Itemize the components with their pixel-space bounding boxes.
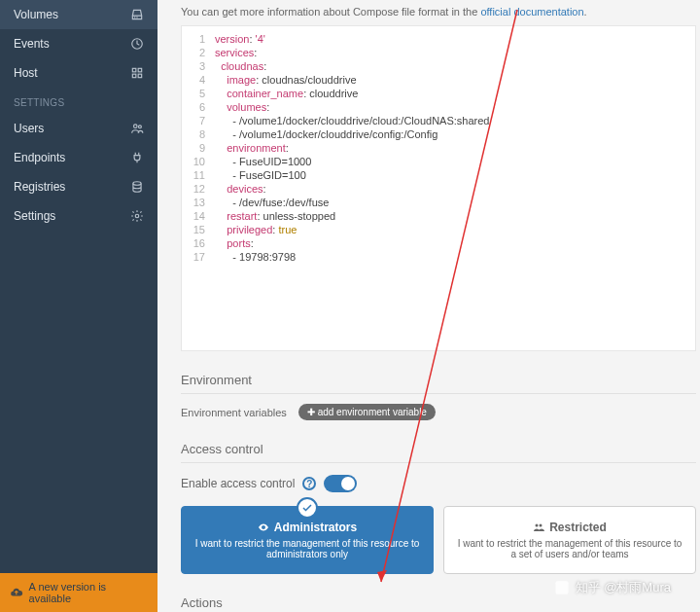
section-environment: Environment (181, 373, 696, 394)
add-env-button[interactable]: ✚ add environment variable (298, 404, 436, 420)
svg-rect-0 (132, 68, 136, 72)
svg-point-9 (540, 524, 542, 527)
main-content: You can get more information about Compo… (158, 0, 700, 612)
svg-point-4 (134, 125, 138, 128)
svg-rect-2 (132, 74, 136, 78)
cloud-upload-icon (10, 586, 23, 599)
plug-icon (130, 151, 144, 164)
svg-point-7 (135, 214, 139, 218)
zhihu-icon (554, 580, 570, 595)
access-control-toggle[interactable] (324, 475, 357, 492)
database-icon (130, 180, 144, 194)
users-icon (533, 522, 544, 533)
sidebar-item-volumes[interactable]: Volumes (0, 0, 158, 29)
card-administrators[interactable]: Administrators I want to restrict the ma… (181, 506, 434, 574)
grid-icon (130, 66, 144, 80)
editor-gutter: 1234567891011121314151617 (182, 26, 211, 350)
history-icon (130, 37, 144, 51)
card-restricted[interactable]: Restricted I want to restrict the manage… (443, 506, 696, 574)
sidebar-item-settings[interactable]: Settings (0, 201, 158, 231)
eye-icon (258, 522, 269, 533)
svg-point-8 (536, 524, 539, 527)
section-access-control: Access control (181, 442, 696, 463)
sidebar-item-users[interactable]: Users (0, 114, 158, 143)
new-version-banner[interactable]: A new version is available (0, 573, 158, 612)
card-admin-desc: I want to restrict the management of thi… (192, 538, 423, 559)
svg-rect-12 (555, 581, 568, 594)
section-actions: Actions (181, 595, 696, 612)
sidebar-item-events[interactable]: Events (0, 29, 158, 58)
help-text: You can get more information about Compo… (181, 0, 700, 25)
hdd-icon (130, 8, 144, 21)
enable-ac-label: Enable access control (181, 477, 295, 490)
svg-point-5 (138, 126, 141, 128)
svg-rect-3 (138, 74, 142, 78)
new-version-label: A new version is available (29, 581, 148, 604)
check-icon (297, 497, 318, 519)
cogs-icon (130, 209, 144, 223)
sidebar-section-settings: SETTINGS (0, 88, 158, 114)
card-restricted-desc: I want to restrict the management of thi… (454, 538, 685, 559)
env-vars-label: Environment variables (181, 407, 287, 418)
users-icon (130, 122, 144, 135)
svg-rect-1 (138, 68, 142, 72)
watermark: 知乎 @村雨Mura (554, 579, 671, 596)
svg-point-6 (133, 182, 141, 186)
sidebar-item-host[interactable]: Host (0, 58, 158, 88)
editor-code[interactable]: version: '4'services: cloudnas: image: c… (211, 26, 489, 350)
help-icon[interactable]: ? (302, 477, 316, 490)
sidebar-item-endpoints[interactable]: Endpoints (0, 143, 158, 172)
compose-editor[interactable]: 1234567891011121314151617 version: '4'se… (181, 25, 696, 351)
sidebar: VolumesEventsHost SETTINGS UsersEndpoint… (0, 0, 158, 612)
docs-link[interactable]: official documentation (480, 6, 583, 18)
sidebar-item-registries[interactable]: Registries (0, 172, 158, 201)
plus-icon: ✚ (307, 407, 318, 417)
